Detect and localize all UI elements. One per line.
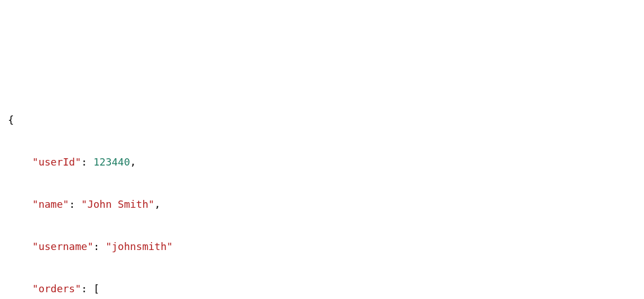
key-username: "username" (32, 240, 93, 252)
colon: : (94, 240, 106, 252)
key-name: "name" (32, 198, 69, 210)
key-orders: "orders" (32, 283, 81, 294)
bracket-open: [ (94, 283, 100, 294)
colon: : (81, 283, 94, 294)
comma: , (154, 198, 161, 210)
key-userId: "userId" (32, 156, 81, 168)
comma: , (130, 156, 136, 168)
value-username: "johnsmith" (105, 240, 172, 252)
colon: : (81, 156, 94, 168)
value-name: "John Smith" (81, 198, 154, 210)
value-userId: 123440 (94, 156, 130, 168)
colon: : (69, 198, 81, 210)
json-code-block: { "userId": 123440, "name": "John Smith"… (8, 110, 636, 299)
brace-open: { (8, 114, 14, 126)
